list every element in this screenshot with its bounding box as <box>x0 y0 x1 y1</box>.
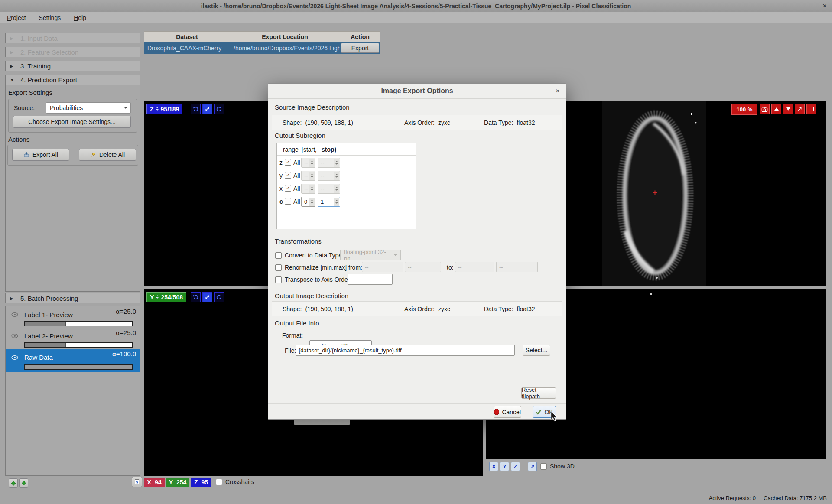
ok-check-icon <box>535 409 542 415</box>
z-axis-label: Z <box>150 106 154 113</box>
choose-export-settings-button[interactable]: Choose Export Image Settings... <box>13 116 131 128</box>
all-checkbox[interactable]: ✓ <box>285 159 291 166</box>
check-mark: ✓ <box>286 172 290 178</box>
applet-label: 1. Input Data <box>20 35 58 42</box>
slice-up-button[interactable] <box>771 104 781 114</box>
applet-feature-selection[interactable]: 2. Feature Selection <box>5 47 140 57</box>
broom-icon <box>90 152 96 158</box>
toggle-x-slice-button[interactable]: X <box>489 462 498 471</box>
transpose-checkbox[interactable] <box>275 276 282 283</box>
layer-row-label1[interactable]: Label 1- Preview α=25.0 <box>6 307 140 328</box>
rotate-left-button[interactable] <box>191 292 201 302</box>
file-path-input[interactable] <box>296 345 515 356</box>
export-row-button[interactable]: Export <box>341 43 379 53</box>
renormalize-label: Renormalize [min,max] from: <box>285 264 362 271</box>
all-checkbox[interactable]: ✓ <box>285 185 291 192</box>
eye-icon[interactable] <box>11 311 19 318</box>
maximize-view-button[interactable] <box>795 104 805 114</box>
spin-arrows-icon[interactable] <box>334 198 339 206</box>
reset-filepath-button[interactable]: Reset filepath <box>521 387 556 399</box>
maximize-3d-view-button[interactable] <box>528 462 537 471</box>
start-spinbox[interactable]: -- <box>301 171 315 181</box>
dock-view-button[interactable] <box>806 104 816 114</box>
snapshot-button[interactable] <box>760 104 770 114</box>
show-3d-checkbox[interactable] <box>540 463 547 470</box>
z-position-indicator[interactable]: Z 95/189 <box>146 104 182 114</box>
layer-alpha: α=25.0 <box>116 308 136 315</box>
spin-arrows-icon[interactable] <box>309 198 315 206</box>
spin-arrows-icon[interactable] <box>334 185 339 193</box>
delete-all-button[interactable]: Delete All <box>79 149 136 161</box>
menu-help[interactable]: Help <box>74 14 86 21</box>
zoom-level-indicator[interactable]: 100 % <box>731 104 757 115</box>
renorm-from-min-field[interactable]: -- <box>362 262 403 272</box>
stop-spinbox[interactable]: -- <box>318 171 340 181</box>
spin-arrows-icon[interactable] <box>309 185 315 193</box>
alpha-slider[interactable] <box>24 364 133 370</box>
toggle-z-slice-button[interactable]: Z <box>511 462 520 471</box>
rotate-right-button[interactable] <box>214 292 224 302</box>
stop-spinbox[interactable]: -- <box>318 158 340 168</box>
col-header-dataset[interactable]: Dataset <box>144 31 230 42</box>
toggle-y-slice-button[interactable]: Y <box>500 462 509 471</box>
all-checkbox[interactable]: ✓ <box>285 172 291 179</box>
swap-axes-button[interactable] <box>202 104 212 114</box>
col-header-export-location[interactable]: Export Location <box>230 31 340 42</box>
window-close-icon[interactable]: ✕ <box>821 2 829 10</box>
renorm-to-max-field[interactable]: -- <box>496 262 538 272</box>
cancel-button[interactable]: Cancel <box>494 406 521 418</box>
crosshairs-checkbox[interactable] <box>216 479 222 485</box>
start-spinbox[interactable]: 0 <box>301 197 315 207</box>
rotate-right-button[interactable] <box>214 104 224 114</box>
spin-arrows-icon[interactable] <box>334 172 339 180</box>
stop-value: -- <box>321 185 325 192</box>
menu-settings[interactable]: Settings <box>39 14 61 21</box>
eye-icon[interactable] <box>11 332 19 339</box>
y-position-indicator[interactable]: Y 254/508 <box>146 292 186 302</box>
select-file-button[interactable]: Select... <box>523 345 550 356</box>
arrow-ne-icon <box>530 464 535 469</box>
layer-row-raw-data[interactable]: Raw Data α=100.0 <box>6 349 140 372</box>
source-select[interactable]: Probabilities <box>46 102 131 114</box>
layer-move-down-button[interactable] <box>19 478 28 488</box>
col-header-action[interactable]: Action <box>340 31 380 42</box>
updown-arrows-icon <box>156 107 159 112</box>
dialog-close-icon[interactable]: ✕ <box>554 87 562 95</box>
convert-dtype-select[interactable]: floating-point 32-bit <box>340 250 401 260</box>
status-bar: Active Requests: 0 Cached Data: 7175.2 M… <box>709 495 827 501</box>
col-header-label: Action <box>351 33 370 40</box>
col-range: range <box>283 146 299 153</box>
layer-row-label2[interactable]: Label 2- Preview α=25.0 <box>6 328 140 349</box>
applet-training[interactable]: 3. Training <box>5 61 140 71</box>
stop-spinbox[interactable]: 1 <box>318 197 340 207</box>
spin-arrows-icon[interactable] <box>309 159 315 167</box>
applet-prediction-export[interactable]: 4. Prediction Export <box>5 75 140 85</box>
renorm-to-min-field[interactable]: -- <box>455 262 494 272</box>
renormalize-checkbox[interactable] <box>275 264 282 271</box>
export-all-button[interactable]: Export All <box>12 149 69 161</box>
rotate-left-button[interactable] <box>191 104 201 114</box>
swap-axes-button[interactable] <box>202 292 212 302</box>
source-axis-order: Axis Order: zyxc <box>404 115 450 130</box>
stop-spinbox[interactable]: -- <box>318 184 340 194</box>
spin-arrows-icon[interactable] <box>334 159 339 167</box>
alpha-slider[interactable] <box>24 321 133 326</box>
copy-position-button[interactable] <box>132 477 142 487</box>
transpose-label: Transpose to Axis Order: <box>285 276 351 283</box>
all-checkbox[interactable] <box>285 198 291 205</box>
to-label: to: <box>447 264 454 271</box>
transpose-order-input[interactable] <box>348 274 393 285</box>
table-cell-export-location[interactable]: /home/bruno/Dropbox/Events/2026 Light... <box>230 42 340 54</box>
spin-arrows-icon[interactable] <box>309 172 315 180</box>
layer-move-up-button[interactable] <box>9 478 18 488</box>
eye-icon[interactable] <box>11 354 19 361</box>
applet-input-data[interactable]: 1. Input Data <box>5 33 140 43</box>
start-spinbox[interactable]: -- <box>301 184 315 194</box>
renorm-from-max-field[interactable]: -- <box>405 262 441 272</box>
slice-down-button[interactable] <box>783 104 793 114</box>
menu-project[interactable]: Project <box>7 14 26 21</box>
convert-dtype-checkbox[interactable] <box>275 252 282 259</box>
table-cell-dataset[interactable]: Drosophila_CAAX-mCherry <box>144 42 230 54</box>
start-spinbox[interactable]: -- <box>301 158 315 168</box>
alpha-slider[interactable] <box>24 342 133 348</box>
